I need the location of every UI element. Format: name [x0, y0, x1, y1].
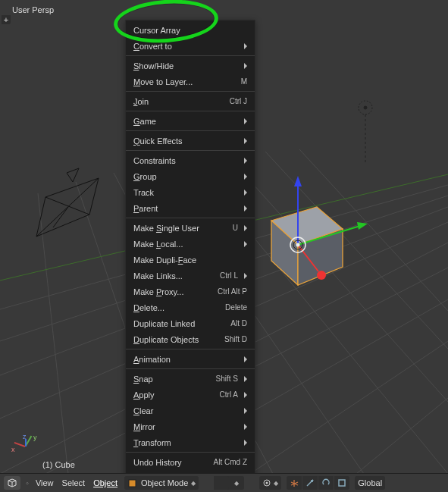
menu-item-snap[interactable]: SnapShift S — [126, 371, 255, 387]
svg-point-35 — [293, 240, 302, 249]
translate-manipulator[interactable] — [302, 476, 318, 490]
menu-item-show-hide[interactable]: Show/Hide — [126, 58, 255, 74]
svg-point-33 — [290, 237, 305, 252]
submenu-arrow-icon — [244, 408, 247, 414]
menu-item-shortcut: Alt Cmd Z — [214, 458, 247, 466]
object-menu-header[interactable]: Object — [92, 478, 119, 487]
menu-item-undo-history[interactable]: Undo HistoryAlt Cmd Z — [126, 454, 255, 470]
menu-separator — [126, 218, 255, 218]
menu-item-label: Make Local... — [133, 240, 183, 249]
svg-line-16 — [299, 149, 448, 311]
menu-item-label: Group — [133, 172, 157, 181]
menu-item-game[interactable]: Game — [126, 113, 255, 129]
svg-marker-24 — [271, 207, 343, 245]
svg-line-29 — [298, 226, 360, 245]
viewport-active-object-label: (1) Cube — [42, 460, 75, 469]
menu-separator — [126, 150, 255, 151]
menu-item-label: Make Dupli-Face — [133, 255, 196, 265]
svg-rect-36 — [129, 480, 136, 487]
svg-rect-44 — [339, 480, 345, 486]
menu-item-parent[interactable]: Parent — [126, 200, 255, 216]
menu-item-make-dupli-face[interactable]: Make Dupli-Face — [126, 252, 255, 268]
svg-marker-28 — [294, 176, 302, 186]
menu-item-cursor-array[interactable]: Cursor Array — [126, 22, 255, 38]
expand-toolbar-button[interactable]: + — [2, 15, 11, 24]
svg-marker-30 — [357, 222, 368, 230]
menu-item-make-proxy[interactable]: Make Proxy...Ctrl Alt P — [126, 284, 255, 299]
menu-item-move-to-layer[interactable]: Move to Layer...M — [126, 74, 255, 89]
menu-item-label: Make Proxy... — [133, 287, 183, 296]
manipulator-icon — [289, 478, 299, 488]
submenu-arrow-icon — [244, 190, 247, 196]
menu-item-animation[interactable]: Animation — [126, 351, 255, 367]
menu-item-convert-to[interactable]: Convert to — [126, 38, 255, 54]
menu-item-label: Transform — [133, 438, 171, 447]
view-menu[interactable]: View — [34, 478, 55, 487]
editor-type-selector[interactable] — [4, 476, 20, 490]
menu-item-shortcut: Ctrl Alt P — [218, 287, 247, 296]
menu-item-delete[interactable]: Delete...Delete — [126, 299, 255, 315]
menu-item-constraints[interactable]: Constraints — [126, 152, 255, 168]
menu-item-label: Duplicate Objects — [133, 335, 199, 344]
pivot-icon — [262, 478, 271, 487]
pivot-point-selector[interactable]: ◆ — [259, 476, 281, 490]
submenu-arrow-icon — [244, 174, 247, 180]
mode-selector[interactable]: Object Mode ◆ — [124, 476, 199, 490]
svg-line-8 — [356, 398, 448, 474]
menu-item-label: Join — [133, 97, 149, 106]
viewport-perspective-label: User Persp — [12, 5, 54, 14]
submenu-arrow-icon — [244, 118, 247, 124]
menu-item-group[interactable]: Group — [126, 168, 255, 184]
object-mode-icon — [127, 478, 138, 488]
axis-gizmo: zyx — [14, 434, 36, 457]
menu-separator — [126, 368, 255, 369]
submenu-arrow-icon — [244, 440, 247, 446]
menu-item-label: Parent — [133, 204, 158, 213]
submenu-arrow-icon — [244, 241, 247, 247]
menu-item-transform[interactable]: Transform — [126, 434, 255, 450]
shading-solid-button[interactable] — [214, 476, 229, 490]
svg-marker-26 — [298, 229, 343, 285]
menu-item-make-links[interactable]: Make Links...Ctrl L — [126, 268, 255, 284]
menu-item-shortcut: Shift D — [224, 335, 247, 343]
menu-item-apply[interactable]: ApplyCtrl A — [126, 387, 255, 403]
viewport-shading-buttons[interactable]: ◆ — [214, 476, 244, 490]
submenu-arrow-icon — [244, 273, 247, 279]
menu-item-label: Move to Layer... — [133, 77, 193, 86]
menu-item-make-local[interactable]: Make Local... — [126, 236, 255, 252]
menu-item-track[interactable]: Track — [126, 184, 255, 200]
menu-item-mirror[interactable]: Mirror — [126, 418, 255, 434]
3d-viewport[interactable]: User Persp + (1) Cube zyx Cursor ArrayCo… — [0, 0, 448, 474]
svg-point-22 — [364, 106, 367, 109]
menu-item-shortcut: Ctrl J — [230, 97, 247, 105]
object-context-menu: Cursor ArrayConvert toShow/HideMove to L… — [125, 20, 255, 492]
manipulator-toggle[interactable] — [287, 476, 302, 490]
svg-point-32 — [317, 271, 326, 280]
menu-item-label: Make Links... — [133, 271, 183, 280]
menu-item-shortcut: U — [233, 224, 238, 232]
svg-line-15 — [265, 152, 448, 349]
menu-item-label: Game — [133, 117, 156, 126]
menu-item-duplicate-objects[interactable]: Duplicate ObjectsShift D — [126, 331, 255, 347]
menu-item-clear[interactable]: Clear — [126, 403, 255, 418]
menu-item-duplicate-linked[interactable]: Duplicate LinkedAlt D — [126, 315, 255, 331]
menu-item-quick-effects[interactable]: Quick Effects — [126, 133, 255, 149]
menu-item-label: Apply — [133, 390, 155, 400]
menu-item-label: Convert to — [133, 42, 172, 51]
svg-marker-25 — [271, 221, 298, 285]
rotate-manipulator[interactable] — [318, 476, 334, 490]
menu-item-shortcut: Alt D — [230, 319, 247, 327]
submenu-arrow-icon — [244, 424, 247, 430]
menu-item-join[interactable]: JoinCtrl J — [126, 93, 255, 109]
menu-item-label: Track — [133, 188, 154, 197]
menu-item-make-single-user[interactable]: Make Single UserU — [126, 220, 255, 236]
menu-item-shortcut: Ctrl L — [220, 271, 238, 280]
scale-manipulator[interactable] — [334, 476, 349, 490]
select-menu[interactable]: Select — [61, 478, 87, 487]
submenu-arrow-icon — [244, 138, 247, 144]
menu-separator — [126, 130, 255, 131]
svg-point-38 — [266, 482, 268, 484]
shading-toggle-button[interactable]: ◆ — [229, 476, 244, 490]
transform-orientation-selector[interactable]: Global — [355, 476, 385, 490]
menu-item-shortcut: Shift S — [216, 374, 238, 383]
